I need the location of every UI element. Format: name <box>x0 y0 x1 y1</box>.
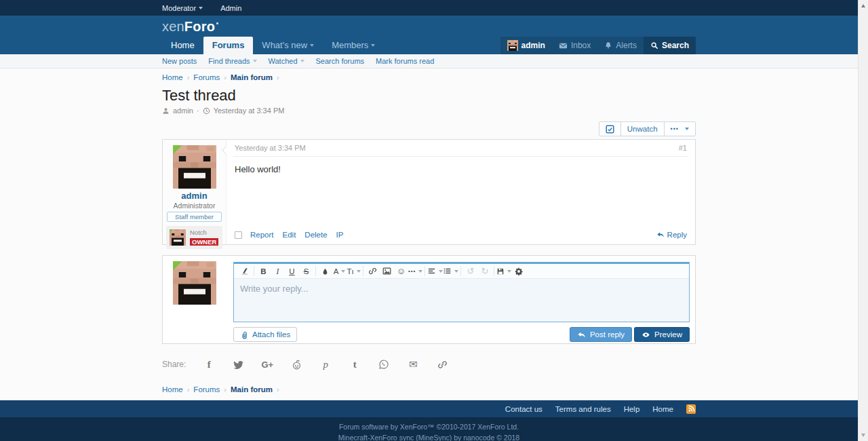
crumb-home[interactable]: Home <box>162 73 183 81</box>
crumb-home[interactable]: Home <box>162 385 183 394</box>
crumb-separator: › <box>277 385 279 394</box>
share-link-icon[interactable] <box>436 358 448 370</box>
reply-link[interactable]: Reply <box>656 231 687 239</box>
tab-forums[interactable]: Forums <box>203 37 254 54</box>
help-link[interactable]: Help <box>624 405 640 413</box>
redo-button[interactable]: ↻ <box>477 265 492 278</box>
xenforo-copyright[interactable]: Forum software by XenForo™ ©2010-2017 Xe… <box>162 422 696 433</box>
paperclip-icon <box>240 330 249 339</box>
gear-icon <box>515 267 523 275</box>
search-button[interactable]: Search <box>644 37 696 54</box>
xenforo-logo[interactable]: xenForo <box>162 19 218 35</box>
share-bar: Share: f G+ p t ✉ <box>162 358 696 370</box>
current-user-avatar[interactable] <box>173 261 216 305</box>
author-avatar[interactable] <box>173 145 216 189</box>
select-posts-button[interactable] <box>599 121 621 136</box>
breadcrumb: Home › Forums › Main forum › <box>162 73 696 81</box>
logo-mark <box>216 22 218 24</box>
inbox-menu[interactable]: Inbox <box>552 37 597 54</box>
pinterest-icon[interactable]: p <box>319 358 332 370</box>
insert-link-button[interactable] <box>366 265 380 278</box>
subnav-search-forums[interactable]: Search forums <box>316 57 365 65</box>
moderator-menu[interactable]: Moderator <box>162 4 203 12</box>
post-number-link[interactable]: #1 <box>679 144 687 152</box>
minecraft-name: Notch <box>190 229 218 236</box>
crumb-main-forum[interactable]: Main forum <box>231 385 273 394</box>
font-family-button[interactable]: A <box>332 265 347 278</box>
quick-reply: B I U S A Tı ☺ <box>162 255 696 344</box>
smilies-button[interactable]: ☺ <box>394 265 408 278</box>
scrollbar[interactable] <box>858 0 868 441</box>
crumb-main-forum[interactable]: Main forum <box>231 73 273 81</box>
scrollbar-up-arrow[interactable] <box>861 4 865 7</box>
bold-button[interactable]: B <box>256 265 271 278</box>
post-reply-button[interactable]: Post reply <box>570 327 632 342</box>
reddit-icon[interactable] <box>290 358 302 370</box>
rss-icon[interactable] <box>686 404 696 414</box>
twitter-icon[interactable] <box>232 358 244 370</box>
contact-us-link[interactable]: Contact us <box>505 405 542 413</box>
scrollbar-down-arrow[interactable] <box>861 434 865 437</box>
edit-link[interactable]: Edit <box>283 231 296 239</box>
author-title: Administrator <box>163 202 226 210</box>
insert-image-button[interactable] <box>380 265 394 278</box>
report-link[interactable]: Report <box>250 231 274 239</box>
thread-more-button[interactable]: ••• <box>664 121 696 136</box>
font-size-button[interactable]: Tı <box>347 265 361 278</box>
subnav-new-posts[interactable]: New posts <box>162 57 197 65</box>
thread-meta: admin · Yesterday at 3:34 PM <box>162 107 696 115</box>
account-menu[interactable]: admin <box>500 37 552 54</box>
google-plus-icon[interactable]: G+ <box>261 358 273 370</box>
footer-home-link[interactable]: Home <box>652 405 673 413</box>
preview-button[interactable]: Preview <box>634 327 690 342</box>
link-icon <box>368 267 377 275</box>
undo-button[interactable]: ↺ <box>463 265 477 278</box>
reply-textarea[interactable] <box>234 279 689 322</box>
ip-link[interactable]: IP <box>336 231 344 239</box>
post-date-link[interactable]: Yesterday at 3:34 PM <box>235 144 306 152</box>
tab-home[interactable]: Home <box>162 37 203 54</box>
minesync-copyright[interactable]: Minecraft-XenForo sync (MineSync) by nan… <box>162 433 696 441</box>
facebook-icon[interactable]: f <box>203 358 215 370</box>
terms-link[interactable]: Terms and rules <box>555 405 611 413</box>
text-color-button[interactable] <box>318 265 332 278</box>
whatsapp-icon[interactable] <box>378 358 390 370</box>
crumb-forums[interactable]: Forums <box>193 73 220 81</box>
unwatch-button[interactable]: Unwatch <box>620 121 665 136</box>
breadcrumb-bottom: Home › Forums › Main forum › <box>162 385 696 394</box>
tab-whats-new[interactable]: What's new <box>253 37 323 54</box>
share-label: Share: <box>162 360 186 369</box>
footer-links-bar: Contact us Terms and rules Help Home <box>0 400 858 417</box>
tumblr-icon[interactable]: t <box>349 358 361 370</box>
drafts-button[interactable] <box>496 265 511 278</box>
underline-button[interactable]: U <box>285 265 299 278</box>
list-button[interactable] <box>443 265 458 278</box>
envelope-icon <box>559 41 568 50</box>
strikethrough-button[interactable]: S <box>299 265 313 278</box>
crumb-separator: › <box>187 385 190 394</box>
attach-files-button[interactable]: Attach files <box>233 327 297 342</box>
email-icon[interactable]: ✉ <box>407 358 419 370</box>
thread-author[interactable]: admin <box>173 107 193 115</box>
post-select-checkbox[interactable] <box>235 231 242 239</box>
delete-link[interactable]: Delete <box>304 231 327 239</box>
admin-bar: Moderator Admin <box>0 0 858 16</box>
image-icon <box>382 267 391 275</box>
crumb-forums[interactable]: Forums <box>193 385 220 394</box>
admin-link[interactable]: Admin <box>220 4 241 12</box>
italic-button[interactable]: I <box>271 265 285 278</box>
alignment-button[interactable] <box>427 265 443 278</box>
editor-more-button[interactable]: ••• <box>408 265 422 278</box>
reply-arrow-icon <box>656 231 665 239</box>
author-username[interactable]: admin <box>163 191 226 201</box>
subnav-find-threads[interactable]: Find threads <box>208 57 256 65</box>
rich-text-editor: B I U S A Tı ☺ <box>233 262 690 322</box>
caret-down-icon <box>507 270 511 273</box>
tab-members[interactable]: Members <box>323 37 384 54</box>
remove-format-button[interactable] <box>237 265 252 278</box>
subnav-mark-read[interactable]: Mark forums read <box>376 57 434 65</box>
caret-down-icon <box>371 44 375 47</box>
subnav-watched[interactable]: Watched <box>269 57 304 65</box>
editor-settings-button[interactable] <box>511 265 526 278</box>
alerts-menu[interactable]: Alerts <box>597 37 644 54</box>
